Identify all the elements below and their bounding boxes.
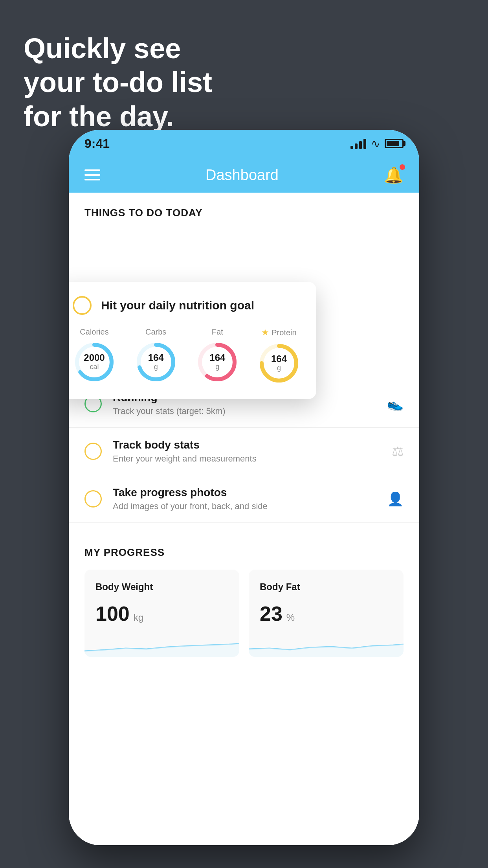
running-icon: 👟 [387, 396, 404, 412]
protein-value: 164 [271, 354, 287, 364]
protein-progress-circle: 164 g [257, 342, 301, 385]
notification-bell-button[interactable]: 🔔 [384, 166, 404, 184]
todo-subtitle-photos: Add images of your front, back, and side [113, 501, 376, 511]
signal-icon [350, 138, 366, 149]
fat-value: 164 [209, 353, 225, 363]
headline-line3: for the day. [24, 99, 212, 133]
star-icon: ★ [261, 327, 269, 338]
body-weight-chart [84, 633, 239, 657]
headline-line2: your to-do list [24, 65, 212, 99]
header-title: Dashboard [205, 167, 279, 184]
fat-unit: g [209, 363, 225, 371]
scale-icon: ⚖ [392, 443, 404, 459]
body-weight-card[interactable]: Body Weight 100 kg [84, 570, 239, 657]
calories-value: 2000 [84, 353, 105, 363]
carbs-stat: Carbs 164 g [134, 327, 178, 384]
status-icons: ∿ [350, 137, 404, 150]
todo-content-photos: Take progress photos Add images of your … [113, 486, 376, 511]
headline-line1: Quickly see [24, 31, 212, 65]
protein-label: ★ Protein [261, 327, 296, 338]
todo-subtitle-body-stats: Enter your weight and measurements [113, 454, 381, 464]
hamburger-line [84, 179, 100, 180]
phone-frame: 9:41 ∿ Dashboard 🔔 THI [69, 130, 419, 845]
body-weight-unit: kg [134, 612, 143, 623]
progress-cards: Body Weight 100 kg Body Fat [84, 570, 404, 657]
body-weight-value-row: 100 kg [95, 602, 228, 625]
nutrition-check-circle [73, 296, 92, 315]
body-weight-value: 100 [95, 602, 130, 625]
my-progress-title: MY PROGRESS [84, 546, 404, 559]
protein-stat: ★ Protein 164 g [257, 327, 301, 385]
hamburger-line [84, 174, 100, 176]
body-weight-card-title: Body Weight [95, 581, 228, 592]
notification-dot [400, 164, 405, 170]
status-time: 9:41 [84, 136, 110, 151]
protein-unit: g [271, 364, 287, 373]
todo-subtitle-running: Track your stats (target: 5km) [113, 406, 376, 416]
hamburger-menu-button[interactable] [84, 169, 100, 180]
nutrition-card[interactable]: Hit your daily nutrition goal Calories [69, 282, 316, 399]
todo-title-body-stats: Track body stats [113, 439, 381, 451]
svg-marker-8 [84, 644, 239, 657]
nutrition-stats: Calories 2000 cal [73, 327, 301, 385]
app-body: THINGS TO DO TODAY Hit your daily nutrit… [69, 193, 419, 845]
calories-progress-circle: 2000 cal [73, 340, 116, 384]
battery-icon [385, 139, 404, 148]
carbs-unit: g [148, 363, 164, 371]
person-icon: 👤 [387, 491, 404, 507]
body-fat-value: 23 [260, 602, 283, 625]
calories-label: Calories [80, 327, 108, 337]
things-to-do-header: THINGS TO DO TODAY [69, 193, 419, 227]
wifi-icon: ∿ [371, 137, 380, 150]
fat-progress-circle: 164 g [196, 340, 239, 384]
calories-unit: cal [84, 363, 105, 371]
todo-circle-photos [84, 490, 102, 508]
calories-stat: Calories 2000 cal [73, 327, 116, 384]
fat-label: Fat [212, 327, 223, 337]
nutrition-title: Hit your daily nutrition goal [101, 299, 254, 312]
todo-item-body-stats[interactable]: Track body stats Enter your weight and m… [69, 428, 419, 475]
status-bar: 9:41 ∿ [69, 130, 419, 157]
body-fat-unit: % [286, 612, 295, 623]
svg-marker-9 [249, 644, 404, 657]
carbs-label: Carbs [145, 327, 166, 337]
page-headline: Quickly see your to-do list for the day. [24, 31, 212, 133]
carbs-value: 164 [148, 353, 164, 363]
todo-title-photos: Take progress photos [113, 486, 376, 499]
fat-stat: Fat 164 g [196, 327, 239, 384]
todo-circle-body-stats [84, 443, 102, 460]
todo-content-body-stats: Track body stats Enter your weight and m… [113, 439, 381, 464]
carbs-progress-circle: 164 g [134, 340, 178, 384]
app-header: Dashboard 🔔 [69, 157, 419, 193]
hamburger-line [84, 169, 100, 171]
todo-item-photos[interactable]: Take progress photos Add images of your … [69, 475, 419, 523]
body-fat-value-row: 23 % [260, 602, 393, 625]
body-fat-card-title: Body Fat [260, 581, 393, 592]
todo-list: Running Track your stats (target: 5km) 👟… [69, 380, 419, 523]
nutrition-card-title-row: Hit your daily nutrition goal [73, 296, 301, 315]
body-fat-chart [249, 633, 404, 657]
my-progress-section: MY PROGRESS Body Weight 100 kg [69, 546, 419, 673]
body-fat-card[interactable]: Body Fat 23 % [249, 570, 404, 657]
